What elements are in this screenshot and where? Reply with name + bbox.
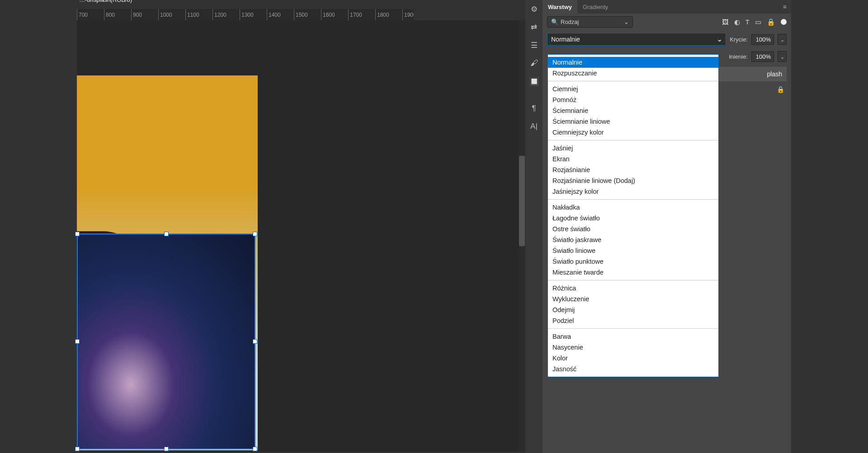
tab-layers[interactable]: Warstwy <box>542 0 577 14</box>
opacity-dropdown-arrow[interactable]: ⌄ <box>778 34 787 45</box>
layers-panel: Warstwy Gradienty ≡ 🔍 Rodzaj ⌄ 🖼 ◐ T ▭ 🔒… <box>542 0 791 453</box>
blend-option-hue[interactable]: Barwa <box>548 331 718 342</box>
blend-mode-dropdown[interactable]: Normalnie Rozpuszczanie Ciemniej Pomnóż … <box>547 54 719 377</box>
blend-option-screen[interactable]: Ekran <box>548 154 718 164</box>
opacity-label: Krycie: <box>730 36 748 43</box>
character-icon[interactable]: A| <box>525 117 542 135</box>
blend-option-lighter-color[interactable]: Jaśniejszy kolor <box>548 186 718 197</box>
blend-option-linear-burn[interactable]: Ściemnianie liniowe <box>548 116 718 127</box>
blend-option-pin-light[interactable]: Światło punktowe <box>548 256 718 267</box>
vertical-scrollbar[interactable] <box>519 20 525 452</box>
blend-option-lighten[interactable]: Jaśniej <box>548 143 718 154</box>
list-icon[interactable]: ☰ <box>525 36 542 54</box>
transform-handle-bottom[interactable] <box>164 447 169 451</box>
right-gutter <box>791 0 868 453</box>
selected-layer-nebula[interactable] <box>77 234 255 449</box>
fill-dropdown-arrow[interactable]: ⌄ <box>778 51 787 62</box>
ruler-tick: 1000 <box>158 9 185 20</box>
opacity-value[interactable]: 100% <box>751 34 774 45</box>
ruler-tick: 1800 <box>375 9 402 20</box>
adjustments-icon[interactable]: ⚙ <box>525 0 542 18</box>
levels-icon[interactable]: ⇄ <box>525 18 542 36</box>
transform-handle-left[interactable] <box>75 339 80 344</box>
ruler-tick: 1100 <box>185 9 212 20</box>
blend-option-overlay[interactable]: Nakładka <box>548 202 718 213</box>
scrollbar-thumb[interactable] <box>519 156 525 246</box>
transform-handle-bottom-left[interactable] <box>75 447 80 451</box>
blend-option-exclusion[interactable]: Wykluczenie <box>548 294 718 304</box>
blend-option-hard-light[interactable]: Ostre światło <box>548 224 718 234</box>
ruler-tick: 1700 <box>348 9 375 20</box>
blend-option-color-dodge[interactable]: Rozjaśnianie <box>548 164 718 175</box>
blend-option-luminosity[interactable]: Jasność <box>548 364 718 374</box>
tab-gradients[interactable]: Gradienty <box>577 0 613 14</box>
ruler-tick: 900 <box>131 9 158 20</box>
lock-icon[interactable]: 🔒 <box>777 86 784 93</box>
paragraph-icon[interactable]: ¶ <box>525 99 542 117</box>
transform-handle-top[interactable] <box>164 232 169 236</box>
blend-option-saturation[interactable]: Nasycenie <box>548 342 718 353</box>
blend-option-hard-mix[interactable]: Mieszanie twarde <box>548 267 718 278</box>
transform-handle-right[interactable] <box>253 339 257 344</box>
ruler-tick: 800 <box>104 9 131 20</box>
ruler-tick: 1200 <box>212 9 240 20</box>
transform-handle-top-left[interactable] <box>75 232 80 236</box>
filter-smartobject-icon[interactable]: 🔒 <box>767 18 775 26</box>
filter-text-icon[interactable]: T <box>745 18 750 26</box>
filter-toggle-dot[interactable] <box>781 19 787 25</box>
blend-option-subtract[interactable]: Odejmij <box>548 304 718 315</box>
filter-kind-label: Rodzaj <box>561 19 579 25</box>
filter-shape-icon[interactable]: ▭ <box>755 18 761 26</box>
search-icon: 🔍 <box>551 19 558 25</box>
transform-handle-bottom-right[interactable] <box>253 447 257 451</box>
canvas-area[interactable] <box>77 20 524 452</box>
tool-preset-icon[interactable]: 🔲 <box>525 72 542 90</box>
left-gutter <box>0 0 77 453</box>
blend-option-linear-dodge[interactable]: Rozjaśnianie liniowe (Dodaj) <box>548 175 718 186</box>
blend-option-soft-light[interactable]: Łagodne światło <box>548 213 718 224</box>
fill-value[interactable]: 100% <box>751 51 774 62</box>
panel-tabs: Warstwy Gradienty ≡ <box>542 0 791 14</box>
blend-option-linear-light[interactable]: Światło liniowe <box>548 245 718 256</box>
transform-handle-top-right[interactable] <box>253 232 257 236</box>
blend-mode-select[interactable]: Normalnie <box>547 33 726 46</box>
layer-filter-kind[interactable]: 🔍 Rodzaj ⌄ <box>547 16 633 28</box>
blend-option-difference[interactable]: Różnica <box>548 283 718 294</box>
ruler-tick: 1400 <box>267 9 294 20</box>
panel-menu-icon[interactable]: ≡ <box>778 3 791 10</box>
ruler-tick: 1500 <box>294 9 321 20</box>
blend-option-dissolve[interactable]: Rozpuszczanie <box>548 68 718 79</box>
ruler-tick: 1300 <box>240 9 267 20</box>
blend-option-color-burn[interactable]: Ściemnianie <box>548 105 718 116</box>
blend-option-divide[interactable]: Podziel <box>548 315 718 326</box>
filter-adjustment-icon[interactable]: ◐ <box>734 18 740 26</box>
ruler-tick: 1600 <box>321 9 348 20</box>
blend-option-vivid-light[interactable]: Światło jaskrawe <box>548 234 718 245</box>
ruler-tick: 1900 <box>402 9 414 20</box>
collapsed-panel-strip: ⚙ ⇄ ☰ 🖌 🔲 ¶ A| <box>525 0 542 453</box>
blend-option-normal[interactable]: Normalnie <box>548 57 718 68</box>
layer-name-partial: plash <box>767 70 782 78</box>
brush-settings-icon[interactable]: 🖌 <box>525 54 542 72</box>
blend-option-color[interactable]: Kolor <box>548 353 718 364</box>
fill-label: łnienie: <box>729 53 748 60</box>
filter-image-icon[interactable]: 🖼 <box>722 18 729 26</box>
ruler-tick: 700 <box>77 9 104 20</box>
blend-option-darker-color[interactable]: Ciemniejszy kolor <box>548 127 718 138</box>
blend-option-darken[interactable]: Ciemniej <box>548 84 718 94</box>
horizontal-ruler: 700 800 900 1000 1100 1200 1300 1400 150… <box>77 9 414 20</box>
blend-option-multiply[interactable]: Pomnóż <box>548 94 718 105</box>
